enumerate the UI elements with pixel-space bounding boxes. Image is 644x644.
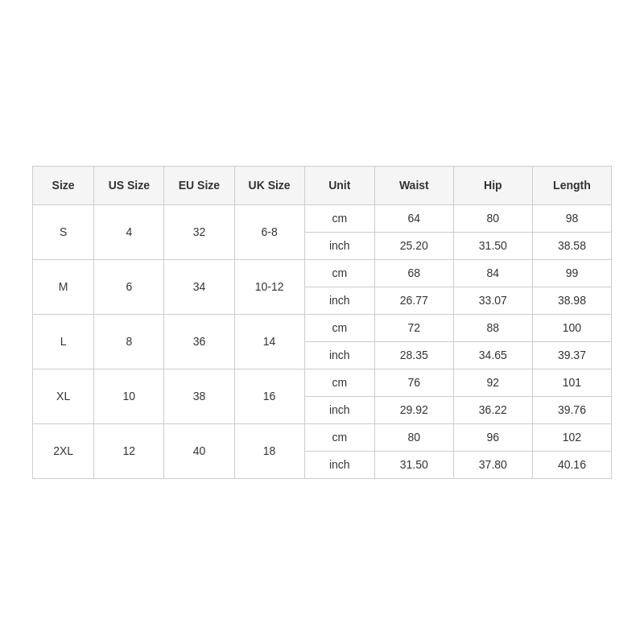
cell-eu: 34 <box>164 259 234 314</box>
cell-unit: cm <box>304 314 374 341</box>
header-length: Length <box>532 166 611 204</box>
cell-uk: 14 <box>234 314 304 369</box>
cell-waist: 25.20 <box>374 232 453 259</box>
cell-length: 39.76 <box>532 396 611 423</box>
cell-size: XL <box>33 369 94 423</box>
cell-waist: 31.50 <box>374 451 453 478</box>
cell-eu: 36 <box>164 314 234 369</box>
cell-waist: 28.35 <box>374 341 453 369</box>
table-row: M63410-12cm688499 <box>33 259 612 287</box>
cell-hip: 36.22 <box>453 396 532 423</box>
cell-uk: 18 <box>234 423 304 478</box>
table-header-row: Size US Size EU Size UK Size Unit Waist … <box>33 166 612 204</box>
cell-unit: cm <box>304 204 374 232</box>
table-row: 2XL124018cm8096102 <box>33 423 612 451</box>
cell-eu: 32 <box>164 204 234 259</box>
header-us-size: US Size <box>94 166 164 204</box>
cell-us: 10 <box>94 369 164 423</box>
cell-waist: 80 <box>374 423 453 451</box>
cell-hip: 84 <box>453 259 532 287</box>
cell-length: 98 <box>532 204 611 232</box>
header-size: Size <box>33 166 94 204</box>
cell-us: 8 <box>94 314 164 369</box>
cell-uk: 16 <box>234 369 304 423</box>
cell-us: 4 <box>94 204 164 259</box>
cell-size: L <box>33 314 94 369</box>
cell-hip: 31.50 <box>453 232 532 259</box>
cell-length: 100 <box>532 314 611 341</box>
size-chart-container: Size US Size EU Size UK Size Unit Waist … <box>32 166 612 479</box>
cell-hip: 88 <box>453 314 532 341</box>
table-row: XL103816cm7692101 <box>33 369 612 396</box>
cell-size: S <box>33 204 94 259</box>
cell-us: 6 <box>94 259 164 314</box>
header-eu-size: EU Size <box>164 166 234 204</box>
cell-uk: 6-8 <box>234 204 304 259</box>
cell-eu: 40 <box>164 423 234 478</box>
cell-eu: 38 <box>164 369 234 423</box>
cell-hip: 96 <box>453 423 532 451</box>
cell-hip: 80 <box>453 204 532 232</box>
cell-unit: cm <box>304 259 374 287</box>
table-row: L83614cm7288100 <box>33 314 612 341</box>
cell-waist: 64 <box>374 204 453 232</box>
header-uk-size: UK Size <box>234 166 304 204</box>
cell-size: M <box>33 259 94 314</box>
cell-uk: 10-12 <box>234 259 304 314</box>
cell-waist: 72 <box>374 314 453 341</box>
cell-length: 40.16 <box>532 451 611 478</box>
cell-waist: 76 <box>374 369 453 396</box>
cell-unit: inch <box>304 287 374 314</box>
cell-unit: inch <box>304 232 374 259</box>
cell-hip: 34.65 <box>453 341 532 369</box>
cell-unit: cm <box>304 369 374 396</box>
cell-length: 38.58 <box>532 232 611 259</box>
cell-length: 102 <box>532 423 611 451</box>
cell-unit: inch <box>304 396 374 423</box>
cell-waist: 68 <box>374 259 453 287</box>
cell-length: 38.98 <box>532 287 611 314</box>
cell-us: 12 <box>94 423 164 478</box>
cell-waist: 29.92 <box>374 396 453 423</box>
cell-hip: 33.07 <box>453 287 532 314</box>
cell-size: 2XL <box>33 423 94 478</box>
size-chart-table: Size US Size EU Size UK Size Unit Waist … <box>32 166 612 479</box>
cell-hip: 37.80 <box>453 451 532 478</box>
cell-length: 99 <box>532 259 611 287</box>
cell-unit: cm <box>304 423 374 451</box>
header-waist: Waist <box>374 166 453 204</box>
table-row: S4326-8cm648098 <box>33 204 612 232</box>
cell-unit: inch <box>304 451 374 478</box>
cell-length: 39.37 <box>532 341 611 369</box>
header-hip: Hip <box>453 166 532 204</box>
header-unit: Unit <box>304 166 374 204</box>
cell-waist: 26.77 <box>374 287 453 314</box>
cell-length: 101 <box>532 369 611 396</box>
cell-hip: 92 <box>453 369 532 396</box>
cell-unit: inch <box>304 341 374 369</box>
